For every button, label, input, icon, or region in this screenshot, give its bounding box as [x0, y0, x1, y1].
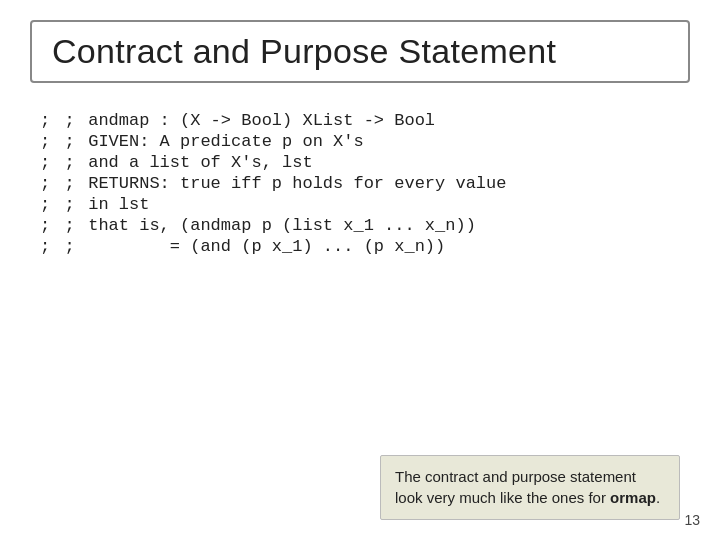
code-row: ; ; that is, (andmap p (list x_1 ... x_n… — [40, 216, 690, 235]
semicolons: ; ; — [40, 132, 78, 151]
semicolons: ; ; — [40, 216, 78, 235]
semicolons: ; ; — [40, 153, 78, 172]
code-line: RETURNS: true iff p holds for every valu… — [78, 174, 506, 193]
code-line: = (and (p x_1) ... (p x_n)) — [78, 237, 445, 256]
semicolons: ; ; — [40, 111, 78, 130]
code-line: andmap : (X -> Bool) XList -> Bool — [78, 111, 435, 130]
code-row: ; ; GIVEN: A predicate p on X's — [40, 132, 690, 151]
code-section: ; ; andmap : (X -> Bool) XList -> Bool ;… — [40, 111, 690, 437]
code-line: in lst — [78, 195, 149, 214]
code-row: ; ; = (and (p x_1) ... (p x_n)) — [40, 237, 690, 256]
semicolons: ; ; — [40, 237, 78, 256]
page-number: 13 — [684, 512, 700, 528]
slide-title: Contract and Purpose Statement — [52, 32, 556, 70]
bottom-area: The contract and purpose statement look … — [30, 445, 690, 521]
code-line: GIVEN: A predicate p on X's — [78, 132, 364, 151]
slide: Contract and Purpose Statement ; ; andma… — [0, 0, 720, 540]
semicolons: ; ; — [40, 174, 78, 193]
tooltip-text-after: . — [656, 489, 660, 506]
code-row: ; ; and a list of X's, lst — [40, 153, 690, 172]
tooltip-content: The contract and purpose statement look … — [395, 468, 660, 507]
tooltip-box: The contract and purpose statement look … — [380, 455, 680, 521]
code-row: ; ; RETURNS: true iff p holds for every … — [40, 174, 690, 193]
code-row: ; ; andmap : (X -> Bool) XList -> Bool — [40, 111, 690, 130]
semicolons: ; ; — [40, 195, 78, 214]
tooltip-bold-word: ormap — [610, 489, 656, 506]
code-line: that is, (andmap p (list x_1 ... x_n)) — [78, 216, 476, 235]
tooltip-text-before: The contract and purpose statement look … — [395, 468, 636, 507]
code-line: and a list of X's, lst — [78, 153, 313, 172]
code-row: ; ; in lst — [40, 195, 690, 214]
title-box: Contract and Purpose Statement — [30, 20, 690, 83]
